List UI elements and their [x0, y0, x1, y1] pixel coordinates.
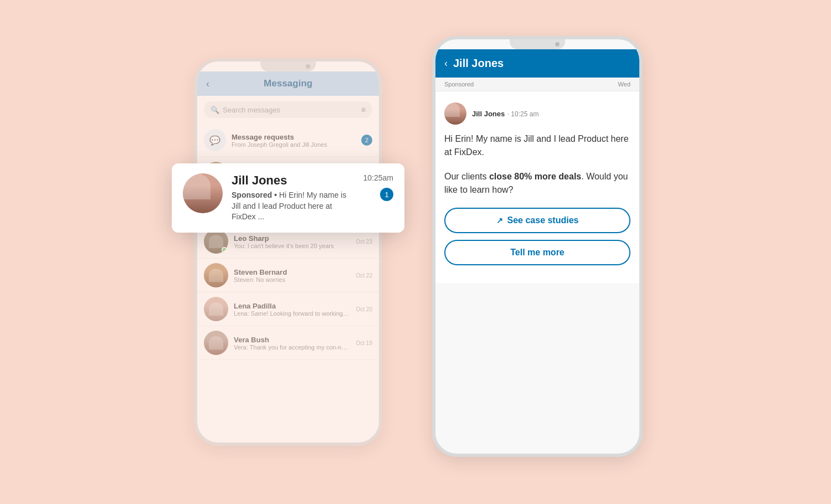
external-link-icon: ↗	[496, 216, 503, 225]
sponsored-label: Sponsored •	[232, 191, 279, 199]
leo-preview: You: I can't believe it's been 20 years	[234, 243, 351, 249]
chat-sender-time: · 10:25 am	[507, 110, 539, 118]
chat-jill-avatar	[444, 102, 466, 125]
chat-sponsored-label: Sponsored	[444, 81, 474, 88]
search-bar[interactable]: 🔍 Search messages ≡	[204, 101, 372, 118]
contact-row-steven[interactable]: Steven Bernard Steven: No worries Oct 22	[197, 259, 379, 292]
message-prefix: Our clients	[444, 172, 489, 181]
vera-preview: Vera: Thank you for accepting my con-nec…	[234, 344, 351, 351]
lena-info: Lena Padilla Lena: Same! Looking forward…	[234, 302, 351, 317]
lena-preview: Lena: Same! Looking forward to working w…	[234, 310, 351, 317]
chat-back-icon[interactable]: ‹	[444, 58, 448, 69]
right-phone-frame: ‹ Jill Jones Sponsored Wed Jill Jones · …	[432, 36, 643, 457]
search-icon: 🔍	[211, 106, 219, 114]
chat-sponsored-row: Sponsored Wed	[435, 78, 639, 91]
steven-info: Steven Bernard Steven: No worries	[234, 268, 351, 283]
chat-body: Jill Jones · 10:25 am Hi Erin! My name i…	[435, 91, 639, 283]
floating-card-info: Jill Jones Sponsored • Hi Erin! My name …	[232, 173, 355, 223]
search-input[interactable]: Search messages	[223, 106, 280, 114]
chat-message-line1: Hi Erin! My name is Jill and I lead Prod…	[444, 132, 630, 159]
lena-name: Lena Padilla	[234, 302, 351, 310]
floating-card-badge: 1	[380, 188, 393, 201]
phone-notch	[260, 61, 316, 71]
vera-avatar	[204, 331, 228, 355]
message-bold: close 80% more deals	[489, 172, 581, 181]
message-requests-icon: 💬	[204, 129, 226, 151]
vera-time: Oct 19	[356, 340, 372, 346]
steven-preview: Steven: No worries	[234, 276, 351, 283]
steven-time: Oct 22	[356, 272, 372, 279]
online-indicator	[222, 247, 227, 253]
right-phone-notch	[510, 39, 565, 49]
see-case-studies-button[interactable]: ↗ See case studies	[444, 208, 630, 233]
floating-card-time: 10:25am	[363, 173, 393, 182]
back-arrow-icon[interactable]: ‹	[206, 78, 209, 90]
messaging-title: Messaging	[264, 78, 312, 89]
leo-info: Leo Sharp You: I can't believe it's been…	[234, 234, 351, 249]
message-requests-title: Message requests	[232, 133, 356, 141]
lena-avatar	[204, 297, 228, 321]
steven-name: Steven Bernard	[234, 268, 351, 276]
message-requests-row[interactable]: 💬 Message requests From Joseph Gregoli a…	[197, 124, 379, 157]
notch-dot	[306, 64, 310, 69]
right-notch-dot	[555, 42, 560, 47]
chat-day-label: Wed	[618, 81, 630, 88]
see-case-studies-label: See case studies	[507, 215, 579, 225]
floating-jill-avatar	[183, 173, 223, 213]
chat-header: ‹ Jill Jones	[435, 49, 639, 78]
message-requests-subtitle: From Joseph Gregoli and Jill Jones	[232, 141, 356, 148]
right-phone-wrapper: ‹ Jill Jones Sponsored Wed Jill Jones · …	[432, 36, 643, 468]
leo-name: Leo Sharp	[234, 234, 351, 243]
leo-time: Oct 23	[356, 239, 372, 245]
tell-me-more-label: Tell me more	[510, 248, 565, 258]
floating-card-preview: Sponsored • Hi Erin! My name is Jill and…	[232, 190, 355, 223]
chat-sender-row: Jill Jones · 10:25 am	[444, 102, 630, 125]
message-requests-text: Message requests From Joseph Gregoli and…	[232, 133, 356, 148]
lena-time: Oct 20	[356, 306, 372, 312]
tell-me-more-button[interactable]: Tell me more	[444, 240, 630, 265]
messaging-header: ‹ Messaging	[197, 71, 379, 96]
chat-contact-name: Jill Jones	[453, 57, 504, 70]
left-phone-wrapper: ‹ Messaging 🔍 Search messages ≡ 💬 Messag…	[188, 42, 388, 462]
vera-info: Vera Bush Vera: Thank you for accepting …	[234, 336, 351, 351]
chat-sender-name: Jill Jones	[472, 110, 505, 118]
floating-message-card[interactable]: Jill Jones Sponsored • Hi Erin! My name …	[172, 163, 404, 233]
page-container: ‹ Messaging 🔍 Search messages ≡ 💬 Messag…	[0, 0, 831, 504]
chat-message-line2: Our clients close 80% more deals. Would …	[444, 170, 630, 197]
chat-sender-meta: Jill Jones · 10:25 am	[472, 109, 538, 119]
floating-card-name: Jill Jones	[232, 173, 355, 188]
vera-name: Vera Bush	[234, 336, 351, 344]
contact-row-vera[interactable]: Vera Bush Vera: Thank you for accepting …	[197, 326, 379, 360]
message-requests-badge: 2	[361, 135, 372, 146]
steven-avatar	[204, 263, 228, 287]
contact-row-lena[interactable]: Lena Padilla Lena: Same! Looking forward…	[197, 292, 379, 326]
left-phone-frame: ‹ Messaging 🔍 Search messages ≡ 💬 Messag…	[194, 58, 382, 446]
filter-icon[interactable]: ≡	[361, 105, 366, 114]
leo-avatar	[204, 229, 228, 254]
floating-card-right: 10:25am 1	[363, 173, 393, 201]
